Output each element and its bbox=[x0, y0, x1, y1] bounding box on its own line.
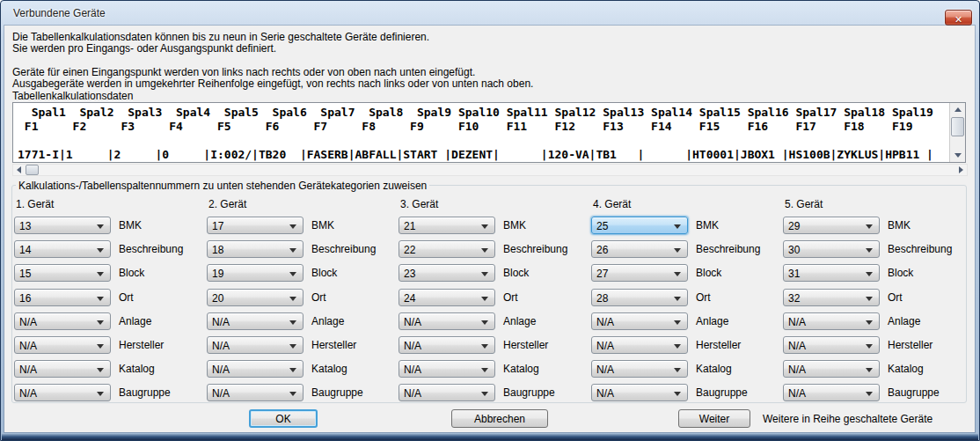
combo-value: 18 bbox=[212, 244, 223, 256]
titlebar[interactable]: Verbundene Geräte ✕ bbox=[1, 1, 979, 26]
combo-device-2-katalog[interactable]: N/A bbox=[207, 360, 304, 378]
combo-device-5-beschreibung[interactable]: 30 bbox=[783, 240, 880, 258]
combo-device-3-katalog[interactable]: N/A bbox=[399, 360, 495, 378]
combo-device-2-block[interactable]: 19 bbox=[207, 264, 304, 282]
combo-device-1-beschreibung[interactable]: 14 bbox=[14, 240, 111, 258]
category-label-anlage: Anlage bbox=[503, 315, 536, 327]
category-label-block: Block bbox=[311, 267, 337, 279]
chevron-down-icon bbox=[481, 224, 488, 229]
combo-device-4-anlage[interactable]: N/A bbox=[591, 312, 688, 330]
combo-device-2-bmk[interactable]: 17 bbox=[207, 217, 304, 234]
spreadsheet-label: Tabellenkalkulationsdaten bbox=[12, 90, 133, 102]
combo-device-2-hersteller[interactable]: N/A bbox=[207, 336, 304, 354]
chevron-down-icon bbox=[674, 297, 681, 301]
combo-device-3-beschreibung[interactable]: 22 bbox=[399, 240, 495, 258]
close-button[interactable]: ✕ bbox=[945, 10, 972, 26]
combo-device-4-block[interactable]: 27 bbox=[591, 264, 688, 282]
combo-device-4-katalog[interactable]: N/A bbox=[591, 360, 688, 378]
scroll-down-button[interactable] bbox=[950, 149, 965, 162]
category-label-hersteller: Hersteller bbox=[503, 339, 548, 351]
scroll-up-button[interactable] bbox=[950, 103, 965, 116]
chevron-down-icon bbox=[481, 368, 488, 372]
next-button[interactable]: Weiter bbox=[678, 409, 750, 428]
combo-value: N/A bbox=[19, 387, 37, 400]
combo-device-1-katalog[interactable]: N/A bbox=[14, 360, 111, 378]
chevron-down-icon bbox=[674, 368, 681, 372]
category-label-ort: Ort bbox=[503, 291, 518, 304]
combo-value: N/A bbox=[19, 340, 37, 352]
chevron-down-icon bbox=[289, 297, 296, 301]
combo-device-4-beschreibung[interactable]: 26 bbox=[591, 240, 688, 258]
chevron-down-icon bbox=[674, 392, 681, 396]
horizontal-scrollbar-thumb[interactable] bbox=[26, 165, 39, 175]
combo-value: 31 bbox=[788, 268, 800, 280]
chevron-down-icon bbox=[866, 224, 873, 229]
combo-value: 16 bbox=[19, 292, 31, 305]
device-title-4: 4. Gerät bbox=[593, 198, 631, 210]
combo-device-1-hersteller[interactable]: N/A bbox=[14, 336, 111, 354]
chevron-down-icon bbox=[481, 320, 488, 325]
chevron-down-icon bbox=[481, 272, 488, 276]
vertical-scrollbar[interactable] bbox=[949, 103, 965, 162]
cancel-button[interactable]: Abbrechen bbox=[451, 409, 548, 428]
chevron-down-icon bbox=[674, 224, 681, 229]
combo-device-5-anlage[interactable]: N/A bbox=[783, 312, 880, 330]
chevron-down-icon bbox=[481, 392, 488, 396]
category-label-beschreibung: Beschreibung bbox=[696, 243, 760, 255]
category-label-anlage: Anlage bbox=[888, 315, 920, 327]
combo-device-1-anlage[interactable]: N/A bbox=[14, 312, 111, 330]
scroll-left-button[interactable] bbox=[13, 165, 25, 175]
category-label-hersteller: Hersteller bbox=[119, 339, 164, 351]
chevron-down-icon bbox=[289, 392, 296, 396]
combo-device-5-baugruppe[interactable]: N/A bbox=[783, 384, 880, 401]
combo-device-5-ort[interactable]: 32 bbox=[783, 289, 880, 306]
combo-device-3-hersteller[interactable]: N/A bbox=[399, 336, 495, 354]
combo-device-2-beschreibung[interactable]: 18 bbox=[207, 240, 304, 258]
scroll-right-button[interactable] bbox=[955, 165, 967, 175]
combo-device-3-baugruppe[interactable]: N/A bbox=[399, 384, 495, 401]
combo-device-1-block[interactable]: 15 bbox=[14, 264, 111, 282]
combo-value: 29 bbox=[788, 220, 800, 232]
combo-value: 21 bbox=[404, 220, 415, 232]
category-label-katalog: Katalog bbox=[503, 363, 539, 375]
combo-device-4-baugruppe[interactable]: N/A bbox=[591, 384, 688, 401]
chevron-down-icon bbox=[289, 224, 296, 229]
chevron-down-icon bbox=[674, 248, 681, 253]
combo-device-2-ort[interactable]: 20 bbox=[207, 289, 304, 306]
device-column-2: 2. Gerät17BMK18Beschreibung19Block20OrtN… bbox=[207, 198, 399, 406]
combo-device-5-katalog[interactable]: N/A bbox=[783, 360, 880, 378]
combo-value: N/A bbox=[788, 387, 806, 400]
category-label-katalog: Katalog bbox=[888, 363, 924, 375]
combo-device-1-ort[interactable]: 16 bbox=[14, 289, 111, 306]
combo-device-4-ort[interactable]: 28 bbox=[591, 289, 688, 306]
combo-value: N/A bbox=[404, 387, 421, 400]
combo-value: N/A bbox=[596, 364, 614, 376]
ok-button[interactable]: OK bbox=[249, 409, 318, 428]
combo-device-3-block[interactable]: 23 bbox=[399, 264, 495, 282]
category-label-anlage: Anlage bbox=[311, 315, 344, 327]
combo-device-1-bmk[interactable]: 13 bbox=[14, 217, 111, 234]
chevron-down-icon bbox=[289, 344, 296, 349]
combo-device-4-hersteller[interactable]: N/A bbox=[591, 336, 688, 354]
chevron-down-icon bbox=[97, 320, 104, 325]
combo-device-3-anlage[interactable]: N/A bbox=[399, 312, 495, 330]
combo-device-3-ort[interactable]: 24 bbox=[399, 289, 495, 306]
combo-device-5-hersteller[interactable]: N/A bbox=[783, 336, 880, 354]
category-label-baugruppe: Baugruppe bbox=[311, 386, 363, 399]
category-label-block: Block bbox=[503, 267, 529, 279]
vertical-scrollbar-thumb[interactable] bbox=[951, 117, 964, 136]
category-label-bmk: BMK bbox=[311, 219, 334, 232]
combo-value: 15 bbox=[19, 268, 31, 280]
combo-device-5-block[interactable]: 31 bbox=[783, 264, 880, 282]
category-label-bmk: BMK bbox=[119, 219, 142, 232]
horizontal-scrollbar[interactable] bbox=[12, 164, 968, 176]
combo-device-2-anlage[interactable]: N/A bbox=[207, 312, 304, 330]
combo-device-2-baugruppe[interactable]: N/A bbox=[207, 384, 304, 401]
combo-device-5-bmk[interactable]: 29 bbox=[783, 217, 880, 234]
combo-device-1-baugruppe[interactable]: N/A bbox=[14, 384, 111, 401]
combo-device-3-bmk[interactable]: 21 bbox=[399, 217, 495, 234]
chevron-down-icon bbox=[674, 272, 681, 276]
combo-device-4-bmk[interactable]: 25 bbox=[591, 217, 688, 234]
chevron-down-icon bbox=[866, 320, 873, 325]
combo-value: N/A bbox=[212, 340, 230, 352]
